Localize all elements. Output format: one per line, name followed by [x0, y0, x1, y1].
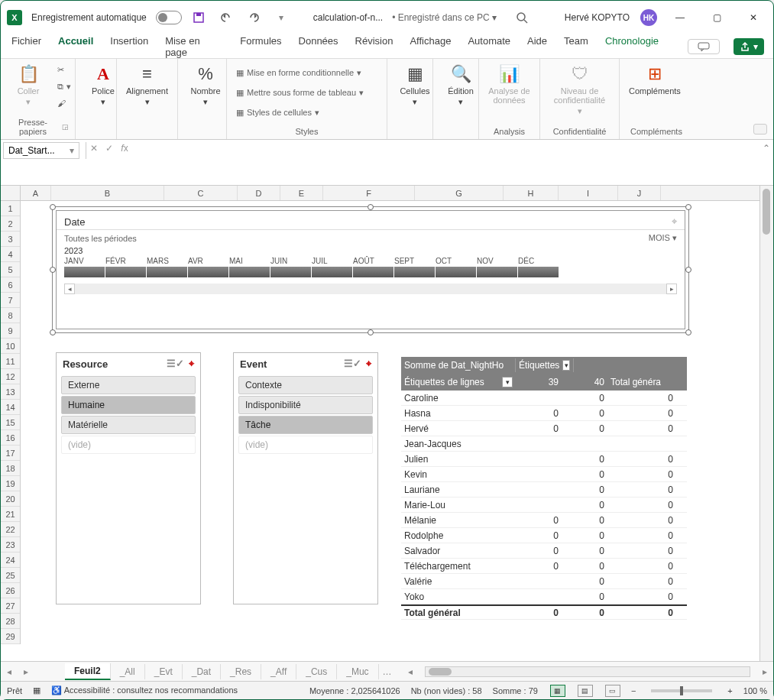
sheet-tab-evt[interactable]: _Evt	[145, 664, 183, 679]
sheet-tab-all[interactable]: _All	[111, 664, 145, 679]
copy-button[interactable]: ⧉▾	[54, 79, 74, 94]
row-header-20[interactable]: 20	[1, 491, 20, 507]
accept-formula-button[interactable]: ✓	[102, 140, 117, 157]
addins-button[interactable]: ⊞Compléments	[626, 62, 684, 97]
close-button[interactable]: ✕	[740, 7, 767, 28]
slicer-item-indisponibilité[interactable]: Indisponibilité	[238, 396, 373, 414]
row-header-16[interactable]: 16	[1, 430, 20, 446]
tab-automate[interactable]: Automate	[466, 32, 512, 61]
pivot-row[interactable]: Rodolphe000	[401, 528, 687, 543]
col-header-D[interactable]: D	[238, 186, 280, 200]
slicer-resource[interactable]: Resource☰✓⌖ExterneHumaineMatérielle(vide…	[56, 352, 201, 604]
sheet-prev[interactable]: ◂	[1, 666, 18, 677]
format-as-table-button[interactable]: ▦Mettre sous forme de tableau ▾	[233, 85, 367, 100]
view-normal[interactable]: ▦	[550, 685, 565, 697]
row-header-10[interactable]: 10	[1, 339, 20, 354]
share-button[interactable]: ▾	[734, 38, 764, 55]
col-header-B[interactable]: B	[51, 186, 164, 200]
editing-button[interactable]: 🔍Édition▾	[439, 62, 482, 109]
alignment-button[interactable]: ≡Alignement▾	[123, 62, 171, 109]
tab-insertion[interactable]: Insertion	[108, 32, 150, 61]
tab-données[interactable]: Données	[297, 32, 340, 61]
perf-icon[interactable]: ▦	[33, 685, 40, 695]
col-header-E[interactable]: E	[280, 186, 323, 200]
tab-affichage[interactable]: Affichage	[408, 32, 452, 61]
slicer-item-vide[interactable]: (vide)	[61, 436, 196, 454]
col-header-J[interactable]: J	[618, 186, 661, 200]
tab-révision[interactable]: Révision	[354, 32, 395, 61]
multiselect-icon[interactable]: ☰✓	[344, 358, 361, 370]
paste-button[interactable]: 📋 Coller▾	[7, 62, 50, 109]
cells-button[interactable]: ▦Cellules▾	[393, 62, 436, 109]
slicer-item-matérielle[interactable]: Matérielle	[61, 416, 196, 434]
row-header-9[interactable]: 9	[1, 323, 20, 339]
row-header-17[interactable]: 17	[1, 446, 20, 461]
accessibility-status[interactable]: ♿ Accessibilité : consultez nos recomman…	[51, 685, 238, 695]
row-header-12[interactable]: 12	[1, 369, 20, 384]
analyze-data-button[interactable]: 📊Analyse de données	[485, 62, 533, 106]
row-header-22[interactable]: 22	[1, 522, 20, 537]
tab-team[interactable]: Team	[562, 32, 590, 61]
worksheet-grid[interactable]: ABCDEFGHIJ 12345678910111213141516171819…	[1, 186, 773, 661]
row-header-4[interactable]: 4	[1, 247, 20, 262]
sheet-tab-dat[interactable]: _Dat	[183, 664, 221, 679]
formula-input[interactable]	[132, 140, 759, 183]
col-header-F[interactable]: F	[323, 186, 415, 200]
tab-fichier[interactable]: Fichier	[10, 32, 43, 61]
row-header-21[interactable]: 21	[1, 507, 20, 522]
row-header-25[interactable]: 25	[1, 568, 20, 583]
sheet-menu[interactable]: …	[379, 666, 396, 677]
row-header-3[interactable]: 3	[1, 232, 20, 247]
redo-button[interactable]	[243, 7, 264, 28]
launcher-icon[interactable]: ◲	[62, 123, 69, 131]
pivot-row[interactable]: Valérie00	[401, 574, 687, 589]
multiselect-icon[interactable]: ☰✓	[167, 358, 184, 370]
row-header-2[interactable]: 2	[1, 216, 20, 232]
autosave-toggle[interactable]	[156, 11, 182, 24]
format-painter-button[interactable]: 🖌	[54, 96, 74, 111]
col-header-C[interactable]: C	[164, 186, 238, 200]
save-button[interactable]	[188, 7, 209, 28]
row-header-26[interactable]: 26	[1, 583, 20, 598]
view-page-layout[interactable]: ▤	[578, 685, 593, 697]
name-box[interactable]: Dat_Start...▾	[3, 142, 79, 159]
zoom-slider[interactable]	[651, 689, 712, 692]
zoom-in[interactable]: +	[727, 686, 732, 695]
sheet-tab-active[interactable]: Feuil2	[65, 663, 111, 680]
pivot-row[interactable]: Kevin00	[401, 467, 687, 482]
search-icon[interactable]	[516, 11, 528, 24]
sheet-tab-aff[interactable]: _Aff	[261, 664, 296, 679]
tab-aide[interactable]: Aide	[526, 32, 549, 61]
col-header-G[interactable]: G	[415, 186, 504, 200]
row-header-27[interactable]: 27	[1, 598, 20, 614]
pivot-row[interactable]: Téléchargement000	[401, 559, 687, 574]
col-header-H[interactable]: H	[504, 186, 559, 200]
timeline-slicer[interactable]: Date ⌖ Toutes les périodes MOIS ▾ 2023 J…	[56, 210, 685, 329]
sheet-scroll-left[interactable]: ◂	[402, 666, 419, 677]
slicer-item-tâche[interactable]: Tâche	[238, 416, 373, 434]
vertical-scrollbar[interactable]	[759, 186, 773, 661]
pivot-row[interactable]: Marie-Lou00	[401, 497, 687, 513]
pivot-row[interactable]: Caroline00	[401, 391, 687, 406]
row-header-23[interactable]: 23	[1, 537, 20, 553]
clear-filter-icon[interactable]: ⌖	[189, 358, 194, 370]
cut-button[interactable]: ✂	[54, 62, 74, 77]
zoom-out[interactable]: −	[631, 686, 636, 695]
slicer-event[interactable]: Event☰✓⌖ContexteIndisponibilitéTâche(vid…	[233, 352, 378, 604]
row-header-29[interactable]: 29	[1, 629, 20, 644]
row-header-13[interactable]: 13	[1, 384, 20, 400]
row-header-11[interactable]: 11	[1, 354, 20, 369]
tab-mise-en-page[interactable]: Mise en page	[164, 32, 225, 61]
sheet-tab-cus[interactable]: _Cus	[296, 664, 337, 679]
row-header-19[interactable]: 19	[1, 476, 20, 491]
slicer-item-contexte[interactable]: Contexte	[238, 376, 373, 394]
pivot-row[interactable]: Julien00	[401, 452, 687, 467]
fx-button[interactable]: fx	[117, 140, 132, 157]
pivot-row[interactable]: Salvador000	[401, 543, 687, 559]
row-header-15[interactable]: 15	[1, 415, 20, 430]
sheet-tab-res[interactable]: _Res	[221, 664, 261, 679]
ribbon-collapse-button[interactable]	[753, 124, 767, 134]
tab-chronologie[interactable]: Chronologie	[604, 32, 660, 61]
row-header-14[interactable]: 14	[1, 400, 20, 415]
maximize-button[interactable]: ▢	[703, 7, 730, 28]
